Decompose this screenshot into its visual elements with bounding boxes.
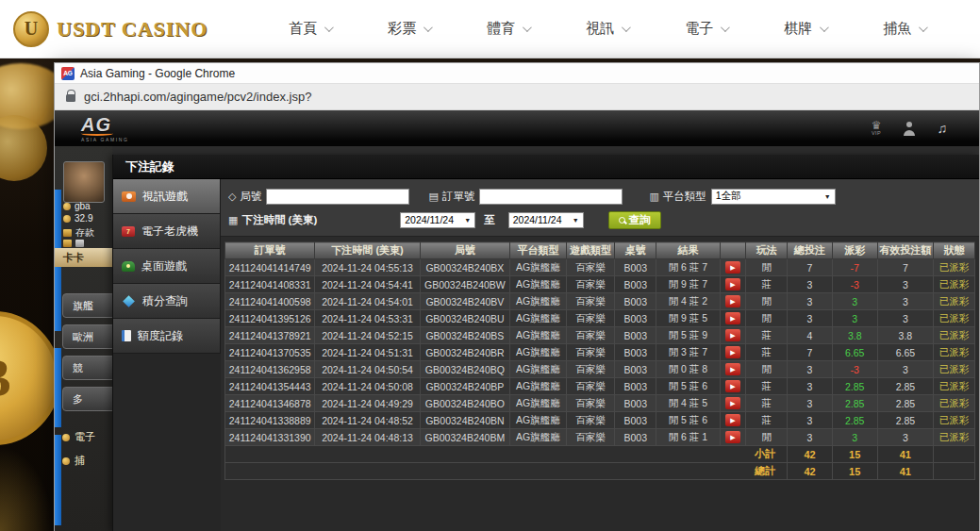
play-video-icon[interactable]: ▶	[725, 346, 740, 358]
ag-logo-swoosh	[81, 131, 113, 136]
table-row[interactable]: 2411240413951262024-11-24 04:53:31GB0032…	[225, 310, 975, 327]
column-header: 桌號	[615, 242, 656, 259]
valid-bet: 3	[877, 293, 934, 310]
lobby-item-electronic[interactable]: 電子	[62, 430, 95, 444]
total-bet: 7	[788, 344, 833, 361]
payout: 2.85	[832, 378, 877, 395]
lobby-item-fishing[interactable]: 捕	[62, 454, 85, 468]
nav-item-slots[interactable]: 電子	[656, 20, 756, 38]
popup-urlbar[interactable]: gci.2hhapi.com/agingame/pcv2/index.jsp?	[55, 84, 979, 110]
slot-machine-icon	[62, 434, 70, 441]
table-row[interactable]: 2411240413468782024-11-24 04:49:29GB0032…	[225, 395, 975, 412]
lobby-category-tab[interactable]: 卡卡	[55, 248, 112, 267]
nav-item-sports[interactable]: 體育	[458, 20, 557, 38]
table-row[interactable]: 2411240413544432024-11-24 04:50:08GB0032…	[225, 378, 975, 395]
status: 已派彩	[934, 327, 975, 344]
table-row[interactable]: 2411240413789212024-11-24 04:52:15GB0032…	[225, 327, 975, 344]
round-number: GB00324B240BW	[420, 276, 509, 293]
date-to-select[interactable]: 2024/11/24 ▼	[508, 212, 584, 228]
avatar[interactable]	[63, 161, 105, 203]
table-row[interactable]: 2411240413388892024-11-24 04:48:52GB0032…	[225, 412, 975, 429]
column-header: 平台類型	[510, 242, 567, 259]
lobby-side-button[interactable]: 多	[62, 387, 112, 411]
payout: 6.65	[832, 344, 877, 361]
camera-icon	[122, 191, 136, 202]
table-row[interactable]: 2411240414083312024-11-24 04:54:41GB0032…	[225, 276, 975, 293]
nav-label: 視訊	[586, 20, 614, 38]
popup-titlebar[interactable]: AG Asia Gaming - Google Chrome	[55, 63, 979, 84]
sidebar-item-label: 電子老虎機	[141, 224, 198, 240]
play-video-icon[interactable]: ▶	[725, 397, 740, 409]
table-row[interactable]: 2411240414005982024-11-24 04:54:01GB0032…	[225, 293, 975, 310]
date-from-select[interactable]: 2024/11/24 ▼	[400, 212, 475, 228]
lobby-side-button[interactable]: 競	[62, 356, 112, 380]
url-text[interactable]: gci.2hhapi.com/agingame/pcv2/index.jsp?	[84, 90, 311, 104]
play-button-cell: ▶	[720, 412, 746, 429]
card-icon[interactable]	[75, 240, 84, 247]
nav-item-cards[interactable]: 棋牌	[756, 20, 855, 38]
deposit-icon	[63, 229, 72, 237]
user-icon[interactable]	[903, 122, 917, 136]
game-type: 百家樂	[566, 378, 615, 395]
play-video-icon[interactable]: ▶	[725, 261, 740, 274]
lobby-side-button[interactable]: 歐洲	[62, 324, 112, 349]
round-number-input[interactable]	[266, 189, 409, 205]
music-icon[interactable]: ♫	[938, 122, 948, 136]
nav-item-video[interactable]: 視訊	[557, 20, 656, 38]
sidebar-item-slot-machines[interactable]: 7電子老虎機	[113, 214, 221, 249]
result: 閒 9 莊 7	[656, 276, 721, 293]
total-bet: 3	[788, 412, 833, 429]
play-video-icon[interactable]: ▶	[725, 431, 740, 443]
site-logo[interactable]: U USDT CASINO	[13, 11, 208, 47]
play-video-icon[interactable]: ▶	[725, 363, 740, 375]
result: 閒 4 莊 2	[656, 293, 721, 310]
play-video-icon[interactable]: ▶	[725, 278, 740, 290]
play-button-cell: ▶	[720, 259, 746, 276]
play-video-icon[interactable]: ▶	[725, 312, 740, 324]
result: 閒 9 莊 5	[656, 310, 721, 327]
nav-item-fishing[interactable]: 捕魚	[855, 20, 954, 38]
order-number-input[interactable]	[479, 189, 623, 205]
table-row[interactable]: 2411240413629582024-11-24 04:50:54GB0032…	[225, 361, 975, 378]
user-badge-icon	[63, 203, 71, 210]
nav-item-home[interactable]: 首頁	[260, 20, 359, 38]
valid-bet: 3.8	[877, 327, 934, 344]
deposit-row[interactable]: 存款	[63, 226, 94, 240]
game-type: 百家樂	[566, 310, 615, 327]
platform-type-select[interactable]: 1全部 ▼	[711, 189, 836, 205]
play-video-icon[interactable]: ▶	[725, 380, 740, 392]
play-video-icon[interactable]: ▶	[725, 295, 740, 307]
status: 已派彩	[934, 378, 975, 395]
table-row[interactable]: 2411240413313902024-11-24 04:48:13GB0032…	[225, 429, 975, 446]
play-type: 閒	[746, 310, 788, 327]
table-row[interactable]: 2411240413705352024-11-24 04:51:31GB0032…	[225, 344, 975, 361]
lobby-side-button[interactable]: 旗艦	[62, 293, 112, 318]
game-type: 百家樂	[566, 259, 615, 276]
order-id: 241124041395126	[225, 310, 315, 327]
panel-empty-area	[221, 480, 979, 531]
bet-time: 2024-11-24 04:49:29	[315, 395, 420, 412]
table-row[interactable]: 2411240414147492024-11-24 04:55:13GB0032…	[225, 259, 975, 276]
game-type: 百家樂	[566, 429, 615, 446]
play-video-icon[interactable]: ▶	[725, 414, 740, 426]
balance-row: 32.9	[63, 213, 92, 224]
vip-crown-icon[interactable]: ♛ VIP	[872, 121, 882, 136]
play-video-icon[interactable]: ▶	[725, 329, 740, 341]
payout: 3	[832, 429, 877, 446]
wallet-icon[interactable]	[63, 240, 72, 247]
column-header: 局號	[420, 242, 509, 259]
game-type: 百家樂	[566, 361, 615, 378]
sidebar-item-video-games[interactable]: 視訊遊戲	[113, 179, 221, 214]
sidebar-item-points-query[interactable]: 積分查詢	[113, 284, 221, 319]
round-number: GB00324B240BQ	[420, 361, 509, 378]
sidebar-item-table-games[interactable]: 桌面遊戲	[113, 249, 221, 284]
payout: -3	[832, 276, 877, 293]
order-id: 241124041370535	[225, 344, 315, 361]
column-header: 狀態	[934, 242, 975, 259]
result: 閒 5 莊 6	[656, 378, 721, 395]
result: 閒 5 莊 6	[656, 412, 721, 429]
sidebar-item-credit-records[interactable]: 額度記錄	[113, 319, 221, 354]
bet-time: 2024-11-24 04:48:13	[315, 429, 420, 446]
search-button[interactable]: 查詢	[608, 211, 661, 229]
nav-item-lottery[interactable]: 彩票	[359, 20, 458, 38]
